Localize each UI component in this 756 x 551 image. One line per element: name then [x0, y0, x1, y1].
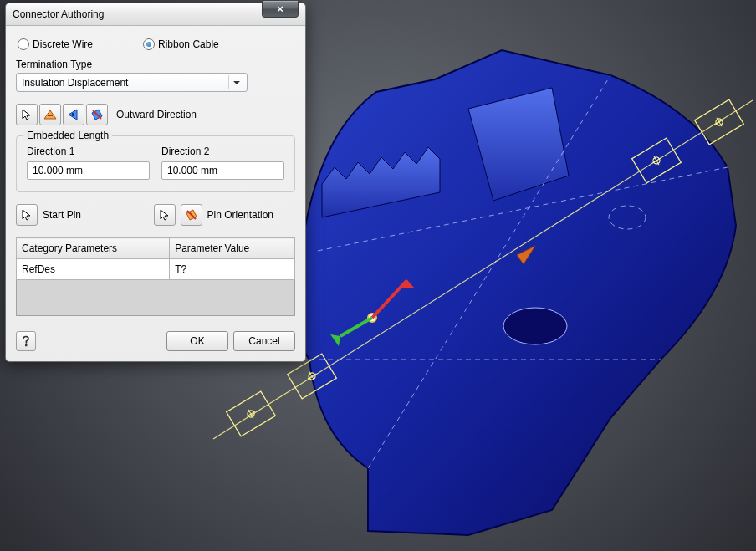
ok-button[interactable]: OK	[166, 331, 228, 351]
svg-line-10	[309, 372, 314, 380]
cancel-label: Cancel	[248, 335, 279, 347]
svg-line-22	[340, 318, 372, 336]
ribbon-cable-label: Ribbon Cable	[158, 38, 219, 51]
connector-authoring-dialog: Connector Authoring × Discrete Wire Ribb…	[5, 3, 306, 362]
pin-orientation-select-button[interactable]	[154, 204, 176, 226]
direction2-label: Direction 2	[161, 145, 284, 158]
start-pin-label: Start Pin	[43, 208, 81, 222]
svg-rect-11	[632, 138, 682, 183]
svg-marker-24	[517, 246, 535, 264]
dialog-title: Connector Authoring	[13, 8, 299, 20]
termination-type-combo[interactable]: Insulation Displacement	[16, 73, 248, 92]
direction2-input[interactable]	[161, 161, 284, 180]
orient-y-button[interactable]	[63, 104, 84, 125]
termination-type-label: Termination Type	[16, 58, 295, 71]
svg-rect-3	[227, 391, 276, 436]
connector-type-row: Discrete Wire Ribbon Cable	[16, 34, 295, 58]
svg-marker-23	[330, 334, 340, 346]
pin-orientation-label: Pin Orientation	[207, 208, 273, 222]
svg-line-14	[654, 156, 659, 165]
radio-icon	[143, 38, 155, 50]
svg-point-19	[368, 314, 376, 322]
discrete-wire-radio[interactable]: Discrete Wire	[18, 38, 93, 51]
svg-line-17	[715, 120, 723, 125]
table-header-value: Parameter Value	[170, 238, 295, 259]
embedded-length-group: Embedded Length Direction 1 Direction 2	[16, 135, 295, 192]
svg-point-16	[715, 118, 724, 127]
table-row[interactable]: RefDes T?	[17, 259, 295, 280]
param-key: RefDes	[17, 259, 170, 280]
outward-direction-row: Outward Direction	[16, 104, 295, 125]
svg-line-18	[717, 118, 722, 126]
titlebar[interactable]: Connector Authoring ×	[6, 3, 305, 26]
pin-arrow-icon	[185, 208, 198, 222]
orient-x-icon	[43, 108, 57, 121]
svg-line-20	[372, 280, 407, 318]
svg-rect-15	[695, 99, 744, 145]
svg-line-13	[652, 158, 661, 163]
svg-point-8	[308, 372, 317, 381]
param-value[interactable]: T?	[170, 259, 295, 280]
ok-label: OK	[190, 335, 204, 347]
svg-point-1	[609, 206, 646, 229]
orient-y-icon	[67, 108, 80, 121]
parameters-table[interactable]: Category Parameters Parameter Value RefD…	[16, 237, 295, 316]
svg-line-9	[308, 374, 316, 379]
discrete-wire-label: Discrete Wire	[33, 38, 93, 51]
select-tool-button[interactable]	[16, 104, 38, 125]
svg-point-12	[652, 156, 662, 166]
start-pin-select-button[interactable]	[16, 204, 38, 226]
help-button[interactable]	[16, 331, 36, 351]
svg-line-5	[247, 411, 255, 416]
radio-icon	[18, 38, 29, 50]
svg-line-6	[248, 410, 253, 418]
table-filler	[17, 280, 295, 316]
outward-direction-label: Outward Direction	[116, 108, 197, 121]
cancel-button[interactable]: Cancel	[233, 331, 295, 351]
close-icon: ×	[277, 3, 284, 14]
direction1-label: Direction 1	[27, 145, 150, 158]
dialog-body: Discrete Wire Ribbon Cable Termination T…	[6, 26, 305, 361]
orient-x-button[interactable]	[39, 104, 61, 125]
close-button[interactable]: ×	[262, 1, 299, 18]
direction1-input[interactable]	[27, 161, 150, 180]
svg-point-4	[247, 410, 256, 419]
embedded-length-legend: Embedded Length	[23, 130, 112, 141]
svg-rect-27	[25, 344, 27, 346]
table-header-category: Category Parameters	[17, 238, 170, 259]
chevron-down-icon	[228, 75, 243, 89]
dialog-footer: OK Cancel	[16, 331, 295, 351]
table-header-row: Category Parameters Parameter Value	[17, 238, 295, 259]
cursor-icon	[159, 209, 171, 221]
cursor-icon	[21, 109, 33, 120]
pin-row: Start Pin Pin Orientation	[16, 204, 295, 226]
termination-type-value: Insulation Displacement	[22, 77, 228, 89]
svg-point-0	[503, 308, 567, 344]
ribbon-cable-radio[interactable]: Ribbon Cable	[143, 38, 219, 51]
pin-orientation-flip-button[interactable]	[181, 204, 202, 226]
orient-z-button[interactable]	[86, 104, 108, 125]
help-icon	[20, 335, 32, 347]
cursor-icon	[21, 209, 33, 221]
orient-z-icon	[90, 108, 104, 121]
svg-marker-21	[401, 280, 414, 288]
